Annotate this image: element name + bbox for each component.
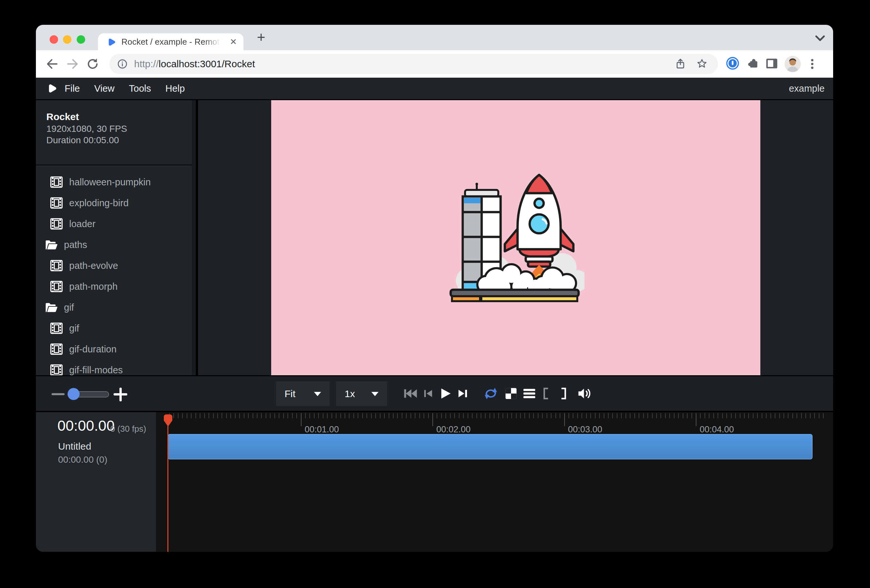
site-info-icon[interactable] (117, 59, 128, 69)
ruler-tick (345, 413, 345, 418)
sidebar-scrollbar[interactable] (192, 100, 196, 375)
traffic-light-zoom[interactable] (77, 35, 85, 44)
reload-button[interactable] (85, 57, 100, 71)
address-bar[interactable]: http://localhost:3001/Rocket (109, 54, 718, 74)
browser-menu-kebab-icon[interactable] (805, 57, 819, 71)
composition-title: Rocket (46, 111, 79, 122)
ruler-tick (538, 413, 538, 418)
timeline-ruler[interactable]: 00:01.0000:02.0000:03.0000:04.00 (156, 412, 833, 435)
back-button[interactable] (45, 57, 60, 71)
ruler-tick (463, 413, 464, 418)
ruler-tick (389, 413, 389, 418)
film-icon (50, 197, 63, 209)
ruler-tick (481, 413, 481, 418)
compositions-sidebar: Rocket 1920x1080, 30 FPS Duration 00:05.… (36, 100, 196, 375)
timeline-track-area[interactable]: 00:01.0000:02.0000:03.0000:04.00 (156, 412, 833, 552)
ruler-tick (423, 413, 424, 418)
menu-tools[interactable]: Tools (122, 83, 158, 94)
bookmark-star-icon[interactable] (696, 58, 708, 70)
ruler-tick (490, 413, 490, 418)
zoom-slider-thumb[interactable] (67, 388, 80, 400)
zoom-out-button[interactable] (52, 393, 65, 395)
next-frame-button[interactable] (457, 386, 469, 401)
ruler-tick (235, 413, 235, 418)
ruler-tick (411, 413, 411, 418)
timeline-rows-icon[interactable] (522, 386, 536, 401)
ruler-tick (239, 413, 240, 418)
ruler-tick (564, 413, 565, 426)
ruler-tick (200, 413, 200, 418)
ruler-tick (428, 413, 429, 418)
chevron-down-icon (314, 392, 321, 396)
in-point-bracket-icon[interactable] (541, 386, 551, 401)
ruler-tick (731, 413, 731, 418)
ruler-tick (511, 413, 512, 418)
sidebar-folder-item[interactable]: gif (36, 297, 192, 318)
traffic-light-minimize[interactable] (63, 35, 72, 44)
zoom-slider[interactable] (68, 391, 109, 397)
sidebar-composition-item[interactable]: gif-fill-modes (36, 360, 192, 375)
sidebar-composition-item[interactable]: exploding-bird (36, 192, 192, 213)
ruler-tick (810, 413, 810, 418)
video-canvas[interactable] (271, 100, 760, 375)
play-button[interactable] (438, 386, 452, 401)
ruler-tick (266, 413, 266, 418)
sidebar-divider[interactable] (196, 100, 198, 375)
browser-tab[interactable]: Rocket / example - Remotion P ✕ (98, 33, 243, 50)
sidebar-composition-item[interactable]: path-morph (36, 276, 192, 297)
menu-help[interactable]: Help (158, 83, 192, 94)
url-scheme: http:// (134, 58, 159, 69)
sidebar-composition-item[interactable]: loader (36, 213, 192, 234)
playback-toolbar: Fit 1x (36, 375, 833, 412)
playback-speed-dropdown[interactable]: 1x (336, 381, 387, 406)
playhead-line[interactable] (167, 424, 168, 552)
ruler-tick (209, 413, 209, 418)
timeline-clip-bar[interactable] (168, 434, 813, 460)
new-tab-button[interactable]: + (254, 30, 268, 45)
extensions-puzzle-icon[interactable] (746, 56, 761, 70)
ruler-tick (375, 413, 376, 418)
volume-icon[interactable] (577, 386, 593, 401)
sidebar-composition-item[interactable]: gif (36, 318, 192, 339)
ruler-tick (823, 413, 824, 418)
skip-to-start-button[interactable] (403, 386, 418, 401)
menu-file[interactable]: File (57, 83, 87, 94)
sidebar-composition-item[interactable]: path-evolve (36, 255, 192, 276)
zoom-in-button-bar[interactable] (119, 388, 122, 401)
traffic-light-close[interactable] (50, 35, 58, 44)
ruler-tick (674, 413, 675, 418)
forward-button[interactable] (65, 57, 80, 71)
tab-close-icon[interactable]: ✕ (230, 33, 237, 50)
share-icon[interactable] (674, 58, 687, 70)
remotion-logo[interactable] (47, 83, 57, 94)
ruler-tick (560, 413, 560, 418)
profile-avatar[interactable] (784, 55, 801, 73)
password-manager-icon[interactable] (725, 56, 740, 70)
tab-strip: Rocket / example - Remotion P ✕ + (36, 25, 833, 50)
sidebar-toggle-icon[interactable] (764, 56, 779, 70)
transparency-checkerboard-icon[interactable] (504, 386, 518, 401)
ruler-tick (599, 413, 600, 418)
out-point-bracket-icon[interactable] (559, 386, 569, 401)
menu-view[interactable]: View (87, 83, 122, 94)
composition-label: path-morph (69, 281, 118, 292)
ruler-tick (788, 413, 788, 418)
tab-search-chevron-icon[interactable] (814, 34, 826, 42)
sidebar-composition-item[interactable]: halloween-pumpkin (36, 172, 192, 192)
sidebar-composition-item[interactable]: gif-duration (36, 339, 192, 360)
ruler-tick (340, 413, 341, 418)
preview-area (198, 100, 833, 375)
ruler-tick (520, 413, 521, 418)
loop-toggle-icon[interactable] (483, 386, 499, 401)
ruler-tick (402, 413, 402, 418)
ruler-tick (257, 413, 258, 418)
ruler-tick (507, 413, 508, 418)
ruler-tick (700, 413, 701, 418)
ruler-tick (441, 413, 442, 418)
current-frame-info: 0 (30 fps) (110, 424, 146, 434)
previous-frame-button[interactable] (422, 386, 434, 401)
canvas-size-dropdown[interactable]: Fit (276, 381, 329, 406)
sidebar-folder-item[interactable]: paths (36, 234, 192, 255)
composition-duration: Duration 00:05.00 (46, 135, 119, 146)
film-icon (50, 260, 63, 271)
